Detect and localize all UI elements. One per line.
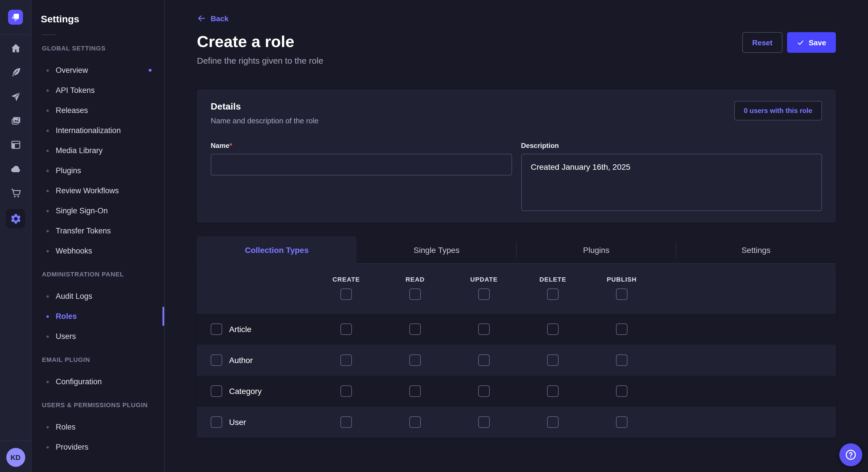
sidebar-item-label: Single Sign-On (56, 206, 108, 215)
question-mark-icon (844, 448, 857, 461)
cloud-icon[interactable] (9, 163, 22, 175)
settings-gear-icon[interactable] (6, 209, 25, 228)
author-create-checkbox[interactable] (340, 355, 352, 366)
article-delete-checkbox[interactable] (547, 324, 559, 335)
send-plane-icon[interactable] (9, 91, 22, 103)
name-field[interactable] (211, 154, 512, 175)
sidebar-item-media-library[interactable]: Media Library (41, 140, 155, 161)
media-library-icon[interactable] (9, 115, 22, 127)
cell-delete (518, 324, 587, 335)
column-publish: PUBLISH (587, 275, 656, 300)
article-create-checkbox[interactable] (340, 324, 352, 335)
tab-collection-types[interactable]: Collection Types (197, 236, 357, 264)
save-button[interactable]: Save (787, 32, 836, 53)
details-card: Details Name and description of the role… (197, 90, 836, 223)
required-asterisk: * (229, 142, 232, 150)
user-read-checkbox[interactable] (409, 416, 421, 428)
user-delete-checkbox[interactable] (547, 416, 559, 428)
sidebar-item-roles-admin[interactable]: Roles (41, 306, 155, 326)
sidebar-item-releases[interactable]: Releases (41, 100, 155, 121)
sidebar-item-webhooks[interactable]: Webhooks (41, 241, 155, 261)
permissions-table: CREATE READ UPDATE DELETE (197, 264, 836, 438)
select-all-read-checkbox[interactable] (409, 289, 421, 300)
sidebar-item-transfer-tokens[interactable]: Transfer Tokens (41, 221, 155, 241)
bullet-icon (46, 109, 49, 111)
reset-button[interactable]: Reset (742, 32, 782, 53)
category-publish-checkbox[interactable] (616, 385, 627, 397)
home-icon[interactable] (9, 42, 22, 55)
sidebar-item-api-tokens[interactable]: API Tokens (41, 80, 155, 100)
column-label-publish: PUBLISH (607, 275, 637, 283)
cell-create (312, 416, 381, 428)
strapi-logo-icon (8, 10, 23, 25)
author-delete-checkbox[interactable] (547, 355, 559, 366)
tab-single-types[interactable]: Single Types (357, 236, 517, 264)
article-publish-checkbox[interactable] (616, 324, 627, 335)
sidebar-item-users[interactable]: Users (41, 326, 155, 346)
sidebar-item-overview[interactable]: Overview (41, 60, 155, 80)
author-update-checkbox[interactable] (478, 355, 490, 366)
tab-settings[interactable]: Settings (676, 236, 836, 264)
main-content: Back Create a role Define the rights giv… (165, 0, 868, 472)
users-with-role-button[interactable]: 0 users with this role (734, 101, 822, 121)
user-publish-checkbox[interactable] (616, 416, 627, 428)
name-field-label: Name* (211, 142, 232, 150)
column-label-update: UPDATE (470, 275, 497, 283)
author-read-checkbox[interactable] (409, 355, 421, 366)
row-label: User (229, 417, 246, 427)
back-link[interactable]: Back (197, 14, 228, 23)
settings-subnav: Settings GLOBAL SETTINGS Overview API To… (32, 0, 165, 472)
layout-icon[interactable] (9, 139, 22, 151)
sidebar-item-label: API Tokens (56, 86, 95, 95)
row-select-checkbox[interactable] (211, 324, 222, 335)
user-avatar[interactable]: KD (6, 448, 25, 467)
table-row-category: Category (197, 376, 836, 407)
table-row-author: Author (197, 345, 836, 376)
permissions-header-row: CREATE READ UPDATE DELETE (197, 264, 836, 314)
article-update-checkbox[interactable] (478, 324, 490, 335)
select-all-delete-checkbox[interactable] (547, 289, 559, 300)
sidebar-item-review-workflows[interactable]: Review Workflows (41, 181, 155, 201)
row-label-cell: Category (197, 385, 312, 397)
save-label: Save (809, 38, 826, 47)
row-label-cell: Article (197, 324, 312, 335)
marketplace-cart-icon[interactable] (9, 187, 22, 199)
sidebar-item-label: Audit Logs (56, 292, 92, 301)
select-all-create-checkbox[interactable] (340, 289, 352, 300)
sidebar-item-label: Plugins (56, 166, 81, 175)
category-update-checkbox[interactable] (478, 385, 490, 397)
sidebar-item-label: Webhooks (56, 247, 92, 255)
row-select-checkbox[interactable] (211, 416, 222, 428)
description-field[interactable]: Created January 16th, 2025 (521, 154, 822, 211)
author-publish-checkbox[interactable] (616, 355, 627, 366)
sidebar-item-configuration[interactable]: Configuration (41, 372, 155, 392)
sidebar-item-label: Transfer Tokens (56, 227, 111, 235)
help-button[interactable] (839, 443, 862, 466)
sidebar-item-single-sign-on[interactable]: Single Sign-On (41, 201, 155, 221)
category-delete-checkbox[interactable] (547, 385, 559, 397)
section-header-global-settings: GLOBAL SETTINGS (42, 44, 155, 52)
sidebar-item-roles-up[interactable]: Roles (41, 417, 155, 437)
select-all-publish-checkbox[interactable] (616, 289, 627, 300)
content-feather-icon[interactable] (9, 67, 22, 78)
category-read-checkbox[interactable] (409, 385, 421, 397)
tab-plugins[interactable]: Plugins (516, 236, 676, 264)
row-select-checkbox[interactable] (211, 385, 222, 397)
description-field-label: Description (521, 142, 559, 150)
strapi-logo[interactable] (8, 10, 23, 25)
sidebar-item-internationalization[interactable]: Internationalization (41, 121, 155, 140)
select-all-update-checkbox[interactable] (478, 289, 490, 300)
cell-publish (587, 416, 656, 428)
sidebar-item-audit-logs[interactable]: Audit Logs (41, 286, 155, 306)
table-row-user: User (197, 407, 836, 438)
sidebar-item-providers[interactable]: Providers (41, 437, 155, 457)
user-create-checkbox[interactable] (340, 416, 352, 428)
sidebar-item-label: Users (56, 332, 76, 341)
article-read-checkbox[interactable] (409, 324, 421, 335)
details-card-titles: Details Name and description of the role (211, 101, 319, 126)
sidebar-item-plugins[interactable]: Plugins (41, 161, 155, 181)
row-select-checkbox[interactable] (211, 355, 222, 366)
user-update-checkbox[interactable] (478, 416, 490, 428)
sidebar-item-label: Roles (56, 423, 75, 431)
category-create-checkbox[interactable] (340, 385, 352, 397)
